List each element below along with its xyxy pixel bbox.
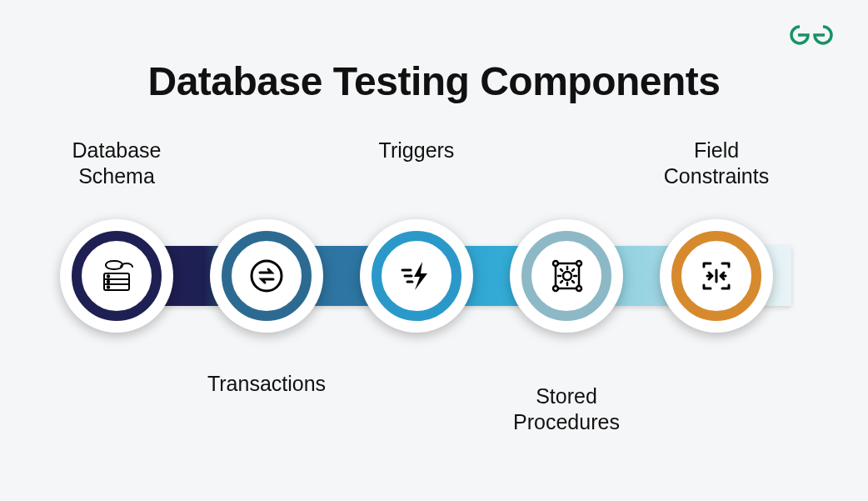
ring bbox=[671, 231, 761, 321]
database-schema-icon bbox=[97, 256, 137, 296]
svg-point-4 bbox=[107, 281, 109, 283]
node-field-constraints bbox=[660, 219, 773, 333]
transactions-icon bbox=[247, 256, 287, 296]
geeksforgeeks-logo bbox=[788, 23, 835, 50]
svg-point-6 bbox=[252, 261, 282, 291]
ring bbox=[72, 231, 162, 321]
ring bbox=[372, 231, 461, 321]
label-triggers: Triggers bbox=[342, 138, 491, 163]
stored-procedures-icon bbox=[546, 256, 586, 296]
node-stored-procedures bbox=[510, 219, 623, 333]
field-constraints-icon bbox=[696, 256, 736, 296]
node-database-schema bbox=[60, 219, 173, 333]
label-transactions: Transactions bbox=[192, 371, 342, 397]
ring bbox=[222, 231, 312, 321]
svg-point-3 bbox=[107, 275, 109, 277]
ring bbox=[521, 231, 611, 321]
svg-point-5 bbox=[107, 286, 109, 288]
label-database-schema: DatabaseSchema bbox=[42, 138, 192, 190]
label-field-constraints: FieldConstraints bbox=[641, 138, 791, 190]
trigger-icon bbox=[397, 256, 436, 296]
page-title: Database Testing Components bbox=[0, 58, 868, 104]
label-stored-procedures: StoredProcedures bbox=[491, 383, 641, 436]
diagram: DatabaseSchema Trans bbox=[0, 138, 868, 471]
node-transactions bbox=[210, 219, 323, 333]
node-triggers bbox=[360, 219, 473, 333]
svg-point-18 bbox=[563, 272, 571, 280]
